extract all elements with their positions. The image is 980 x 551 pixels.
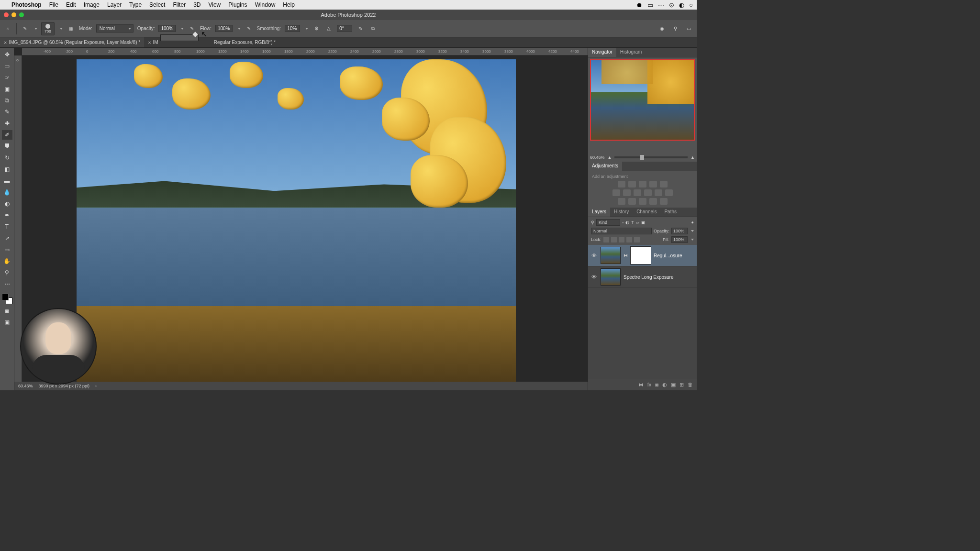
- clock-icon[interactable]: ○: [689, 1, 693, 9]
- channels-tab[interactable]: Channels: [633, 208, 660, 217]
- zoom-out-icon[interactable]: ▲: [608, 155, 612, 160]
- lock-position-icon[interactable]: [619, 237, 624, 242]
- brush-preset-picker[interactable]: 700: [41, 22, 55, 35]
- history-tab[interactable]: History: [610, 208, 633, 217]
- path-tool[interactable]: ↗: [2, 233, 12, 243]
- symmetry-icon[interactable]: ⧉: [368, 24, 377, 33]
- layer-row[interactable]: 👁 Spectre Long Exposure: [588, 266, 697, 288]
- color-swatches[interactable]: [2, 294, 12, 304]
- quick-mask[interactable]: ◙: [2, 306, 12, 316]
- zoom-value[interactable]: 60.46%: [590, 155, 605, 160]
- layer-thumbnail[interactable]: [601, 268, 621, 286]
- new-layer-icon[interactable]: ⊞: [679, 382, 684, 388]
- histogram-tab[interactable]: Histogram: [616, 48, 646, 57]
- layer-row[interactable]: 👁 ⧓ Regul...osure: [588, 245, 697, 266]
- angle-icon[interactable]: △: [324, 24, 333, 33]
- invert-adjustment-icon[interactable]: [618, 198, 625, 205]
- lock-artboard-icon[interactable]: [626, 237, 632, 242]
- layer-opacity-field[interactable]: 100%: [671, 228, 688, 234]
- new-group-icon[interactable]: ▣: [671, 382, 676, 388]
- menu-window[interactable]: Window: [255, 1, 276, 8]
- menu-layer[interactable]: Layer: [107, 1, 122, 8]
- navigator-tab[interactable]: Navigator: [588, 48, 616, 57]
- minimize-window-button[interactable]: [11, 12, 16, 17]
- lasso-tool[interactable]: ⟉: [2, 73, 12, 82]
- menu-help[interactable]: Help: [283, 1, 295, 8]
- layer-name[interactable]: Regul...osure: [654, 253, 682, 258]
- menu-view[interactable]: View: [208, 1, 221, 8]
- menu-file[interactable]: File: [49, 1, 58, 8]
- menu-3d[interactable]: 3D: [193, 1, 200, 8]
- layer-fill-field[interactable]: 100%: [671, 236, 688, 243]
- selective-color-adjustment-icon[interactable]: [660, 198, 668, 205]
- move-tool[interactable]: ✥: [2, 50, 12, 59]
- search-icon[interactable]: ⚲: [671, 24, 679, 33]
- zoom-in-icon[interactable]: ▲: [690, 155, 695, 160]
- flow-slider-popup[interactable]: [160, 34, 199, 41]
- paths-tab[interactable]: Paths: [660, 208, 680, 217]
- close-tab-icon[interactable]: ×: [148, 40, 151, 45]
- blend-mode-select[interactable]: Normal: [96, 24, 134, 33]
- menu-edit[interactable]: Edit: [66, 1, 76, 8]
- opacity-dropdown[interactable]: [181, 28, 184, 30]
- hue-adjustment-icon[interactable]: [612, 189, 620, 196]
- layer-filter-select[interactable]: Kind: [596, 219, 620, 226]
- gradient-tool[interactable]: ▬: [2, 176, 12, 186]
- bw-adjustment-icon[interactable]: [634, 189, 641, 196]
- filter-search-icon[interactable]: ⚲: [591, 220, 594, 225]
- smoothing-dropdown[interactable]: [305, 28, 308, 30]
- menu-filter[interactable]: Filter: [173, 1, 186, 8]
- filter-adjust-icon[interactable]: ◐: [625, 220, 629, 225]
- layer-fill-dropdown[interactable]: [691, 239, 694, 241]
- layer-opacity-dropdown[interactable]: [691, 230, 694, 232]
- layer-visibility-icon[interactable]: 👁: [590, 253, 598, 258]
- close-tab-icon[interactable]: ×: [4, 40, 7, 45]
- filter-pixel-icon[interactable]: ▫: [622, 220, 624, 225]
- filter-toggle[interactable]: ●: [691, 220, 694, 225]
- menu-select[interactable]: Select: [149, 1, 165, 8]
- menu-type[interactable]: Type: [129, 1, 142, 8]
- angle-field[interactable]: 0°: [337, 25, 352, 32]
- lock-all-icon[interactable]: [634, 237, 640, 242]
- layer-mask-thumbnail[interactable]: [631, 247, 651, 264]
- workspace-icon[interactable]: ▭: [684, 24, 693, 33]
- layer-name[interactable]: Spectre Long Exposure: [624, 275, 674, 280]
- tool-preset-dropdown[interactable]: [34, 28, 37, 30]
- wifi-icon[interactable]: ⊙: [669, 1, 674, 9]
- color-balance-adjustment-icon[interactable]: [623, 189, 631, 196]
- hand-tool[interactable]: ✋: [2, 256, 12, 266]
- posterize-adjustment-icon[interactable]: [628, 198, 636, 205]
- edit-toolbar[interactable]: ⋯: [2, 279, 12, 289]
- status-chevron-icon[interactable]: ›: [95, 384, 97, 388]
- camera-icon[interactable]: ⏺: [636, 1, 643, 9]
- flow-field[interactable]: 100%: [215, 25, 233, 32]
- status-info[interactable]: 3990 px x 2994 px (72 ppi): [39, 384, 90, 388]
- layer-blend-select[interactable]: Normal: [591, 228, 652, 234]
- opacity-field[interactable]: 100%: [158, 25, 176, 32]
- channel-mixer-adjustment-icon[interactable]: [655, 189, 662, 196]
- dots-icon[interactable]: ⋯: [658, 1, 664, 9]
- brush-panel-icon[interactable]: ▦: [67, 24, 75, 33]
- new-adjustment-icon[interactable]: ◐: [662, 382, 667, 388]
- add-mask-icon[interactable]: ◙: [655, 382, 658, 387]
- app-name[interactable]: Photoshop: [11, 1, 42, 8]
- filter-shape-icon[interactable]: ▱: [636, 220, 639, 225]
- brush-tool[interactable]: ✐: [2, 130, 12, 140]
- lock-image-icon[interactable]: [611, 237, 617, 242]
- smoothing-options-icon[interactable]: ⚙: [312, 24, 321, 33]
- airbrush-icon[interactable]: ✎: [245, 24, 253, 33]
- photo-filter-adjustment-icon[interactable]: [644, 189, 652, 196]
- menu-plugins[interactable]: Plugins: [228, 1, 247, 8]
- filter-type-icon[interactable]: T: [631, 220, 634, 225]
- flow-dropdown[interactable]: [238, 28, 241, 30]
- pressure-size-icon[interactable]: ✎: [356, 24, 365, 33]
- curves-adjustment-icon[interactable]: [639, 181, 646, 187]
- zoom-tool[interactable]: ⚲: [2, 268, 12, 277]
- type-tool[interactable]: T: [2, 222, 12, 231]
- horizontal-ruler[interactable]: -400-200 0200 400600 8001000 12001400 16…: [22, 48, 588, 55]
- cloud-docs-icon[interactable]: ◉: [657, 24, 666, 33]
- document-canvas[interactable]: [77, 59, 516, 388]
- dodge-tool[interactable]: ◐: [2, 199, 12, 209]
- document-tab-1[interactable]: × IMG_0594.JPG @ 60.5% (Regular Exposure…: [0, 37, 144, 47]
- eraser-tool[interactable]: ◧: [2, 165, 12, 174]
